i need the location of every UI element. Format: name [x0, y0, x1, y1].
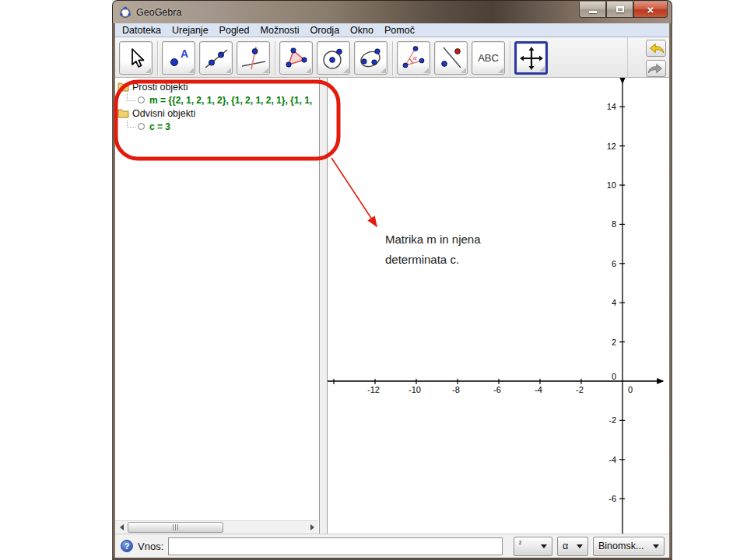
- svg-text:-4: -4: [535, 385, 542, 394]
- tool-move-button[interactable]: [119, 41, 153, 75]
- point-icon: A: [166, 45, 192, 72]
- toolbar-separator: [157, 41, 159, 75]
- svg-text:0: 0: [628, 385, 633, 394]
- visibility-toggle[interactable]: [138, 96, 145, 103]
- algebra-item[interactable]: m = {{2, 1, 2, 1, 2}, {1, 2, 1, 2, 1}, {…: [117, 93, 319, 107]
- folder-icon: [117, 82, 129, 92]
- panel-splitter[interactable]: [321, 78, 328, 534]
- algebra-tree: Prosti objektim = {{2, 1, 2, 1, 2}, {1, …: [115, 78, 319, 133]
- perpendicular-line-icon: [240, 45, 267, 72]
- tool-reflect-button[interactable]: [434, 41, 468, 75]
- tool-text-button[interactable]: ABC: [472, 41, 505, 75]
- menu-pogled[interactable]: Pogled: [214, 25, 255, 36]
- menu-orodja[interactable]: Orodja: [305, 25, 345, 36]
- window-border-right: [669, 23, 672, 560]
- toolbar-separator: [392, 41, 394, 75]
- graphics-view[interactable]: -12-10-8-6-4-2014121086420-2-4-6: [328, 78, 669, 534]
- svg-text:14: 14: [607, 102, 616, 111]
- dropdown-value: α: [563, 541, 568, 551]
- svg-text:4: 4: [612, 298, 616, 307]
- dropdown-value: Binomsk...: [598, 541, 644, 551]
- redo-button[interactable]: [646, 60, 666, 77]
- svg-text:10: 10: [607, 180, 616, 190]
- svg-text:6: 6: [612, 259, 616, 268]
- svg-text:0: 0: [612, 372, 616, 381]
- svg-text:-2: -2: [576, 385, 584, 394]
- redo-icon: [647, 61, 665, 75]
- svg-text:-12: -12: [367, 385, 380, 394]
- chevron-down-icon: [541, 544, 547, 548]
- window-title: GeoGebra: [136, 7, 181, 18]
- algebra-group[interactable]: Prosti objekti: [117, 80, 319, 93]
- maximize-icon: [616, 6, 624, 12]
- algebra-item-text: m = {{2, 1, 2, 1, 2}, {1, 2, 1, 2, 1}, {…: [149, 95, 312, 106]
- menu-okno[interactable]: Okno: [345, 25, 379, 36]
- svg-text:A: A: [181, 47, 188, 60]
- algebra-group[interactable]: Odvisni objekti: [117, 107, 319, 120]
- close-icon: ×: [647, 4, 654, 16]
- menu-pomo[interactable]: Pomoč: [379, 25, 420, 36]
- svg-text:-8: -8: [452, 385, 460, 394]
- tool-line-button[interactable]: [199, 41, 233, 75]
- tree-connector: [127, 94, 135, 101]
- help-icon[interactable]: ?: [121, 540, 133, 552]
- tool-move-graphics-view-button[interactable]: [514, 41, 548, 75]
- tool-new-point-button[interactable]: A: [162, 41, 195, 75]
- undo-button[interactable]: [646, 40, 666, 57]
- scrollbar-track[interactable]: [128, 521, 306, 534]
- axis-ticks: -12-10-8-6-4-2014121086420-2-4-6: [334, 102, 633, 503]
- tree-connector: [127, 121, 135, 128]
- svg-text:12: 12: [607, 142, 616, 151]
- scroll-right-button[interactable]: [306, 521, 318, 534]
- menu-bar: DatotekaUrejanjePogledMožnostiOrodjaOkno…: [115, 23, 669, 37]
- command-dropdown[interactable]: Binomsk...: [593, 537, 665, 556]
- minimize-button[interactable]: [579, 2, 606, 18]
- algebra-item[interactable]: c = 3: [117, 120, 319, 133]
- svg-text:-6: -6: [608, 494, 616, 503]
- scroll-right-icon: [310, 524, 314, 530]
- svg-text:2: 2: [612, 338, 616, 347]
- menu-datoteka[interactable]: Datoteka: [117, 25, 167, 36]
- angle-icon: α: [401, 45, 427, 72]
- scrollbar-thumb[interactable]: [128, 522, 223, 533]
- close-button[interactable]: ×: [633, 2, 668, 18]
- dropdown-value: ²: [519, 540, 521, 548]
- tool-polygon-button[interactable]: [279, 41, 313, 75]
- svg-text:-6: -6: [493, 385, 501, 394]
- scroll-left-button[interactable]: [115, 521, 128, 534]
- folder-icon: [117, 108, 129, 118]
- geogebra-window: GeoGebra × DatotekaUrejanjePogledMožnost…: [112, 0, 672, 560]
- svg-text:-2: -2: [608, 415, 616, 425]
- title-bar: GeoGebra ×: [112, 0, 672, 23]
- algebra-horizontal-scrollbar[interactable]: [115, 520, 318, 534]
- tool-circle-button[interactable]: [317, 41, 350, 75]
- tool-angle-button[interactable]: α: [397, 41, 430, 75]
- toolbar: A: [115, 37, 669, 78]
- algebra-group-label: Prosti objekti: [132, 82, 188, 93]
- algebra-item-text: c = 3: [149, 121, 170, 132]
- polygon-icon: [283, 45, 310, 72]
- menu-urejanje[interactable]: Urejanje: [167, 25, 214, 36]
- command-input[interactable]: [168, 537, 503, 555]
- maximize-button[interactable]: [606, 2, 633, 18]
- menu-monosti[interactable]: Možnosti: [255, 25, 305, 36]
- undo-icon: [647, 41, 665, 55]
- algebra-group-label: Odvisni objekti: [132, 108, 195, 119]
- annotation-text: Matrika m in njena determinata c.: [385, 229, 481, 270]
- tool-perpendicular-line-button[interactable]: [237, 41, 270, 75]
- annotation-line-1: Matrika m in njena: [385, 229, 481, 250]
- ellipse-points-icon: [358, 45, 384, 72]
- annotation-line-2: determinata c.: [385, 250, 481, 270]
- line-two-points-icon: [203, 45, 230, 72]
- svg-text:8: 8: [612, 219, 616, 229]
- greek-letter-dropdown[interactable]: α: [557, 537, 588, 556]
- thumb-grip-icon: [175, 524, 176, 530]
- geogebra-logo-icon: [119, 6, 132, 19]
- svg-text:α: α: [413, 54, 417, 61]
- toolbar-separator: [275, 41, 276, 75]
- chevron-down-icon: [653, 544, 659, 548]
- exponent-dropdown[interactable]: ²: [514, 537, 552, 556]
- tool-conic-button[interactable]: [354, 41, 388, 75]
- move-cursor-icon: [123, 45, 149, 72]
- visibility-toggle[interactable]: [138, 123, 145, 130]
